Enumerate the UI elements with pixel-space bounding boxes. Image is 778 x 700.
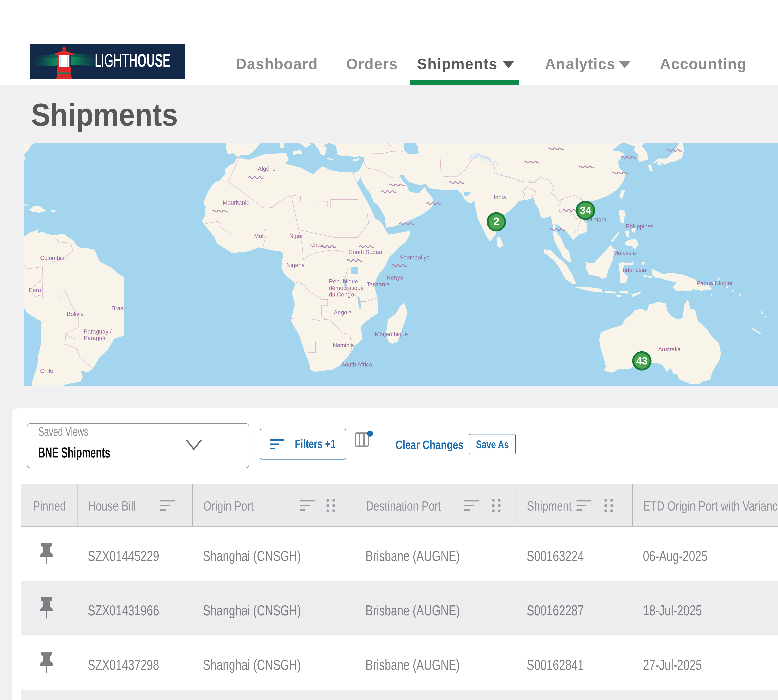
svg-text:Paraguái: Paraguái — [84, 335, 107, 341]
svg-text:Kenya: Kenya — [387, 274, 403, 281]
svg-text:Indonesia: Indonesia — [621, 267, 646, 273]
svg-text:Angola: Angola — [334, 309, 352, 316]
svg-text:Philippines: Philippines — [626, 223, 654, 230]
svg-text:Soomaaliya: Soomaaliya — [399, 254, 430, 261]
svg-text:Malaysia: Malaysia — [613, 250, 636, 256]
svg-text:34: 34 — [580, 205, 591, 216]
svg-text:Moçambique: Moçambique — [375, 331, 408, 337]
svg-text:India: India — [494, 194, 506, 201]
svg-text:Mali: Mali — [254, 233, 265, 239]
svg-text:South Sudan: South Sudan — [349, 249, 382, 255]
svg-text:Chile: Chile — [40, 368, 53, 374]
svg-text:Papua Niugini: Papua Niugini — [696, 280, 732, 287]
svg-text:Tanzania: Tanzania — [367, 281, 390, 288]
svg-text:République: République — [329, 278, 358, 285]
svg-text:Namibia: Namibia — [333, 342, 354, 348]
svg-text:2: 2 — [493, 215, 499, 228]
svg-text:Niger: Niger — [289, 233, 303, 239]
svg-text:Colombia: Colombia — [40, 255, 65, 261]
svg-text:Brasil: Brasil — [112, 305, 126, 312]
svg-text:Perú: Perú — [29, 287, 41, 293]
svg-text:43: 43 — [636, 355, 648, 367]
svg-text:démocratique: démocratique — [329, 285, 364, 291]
svg-text:Nigeria: Nigeria — [287, 262, 305, 268]
svg-text:Bolivia: Bolivia — [67, 311, 84, 317]
svg-text:Mauritanie: Mauritanie — [223, 199, 250, 206]
svg-text:Australia: Australia — [658, 346, 681, 352]
svg-text:Paraguay /: Paraguay / — [84, 328, 112, 335]
svg-text:Algérie: Algérie — [258, 165, 276, 172]
svg-text:Tchad: Tchad — [309, 242, 324, 248]
svg-text:South Africa: South Africa — [341, 362, 372, 368]
svg-text:du Congo: du Congo — [329, 292, 354, 298]
